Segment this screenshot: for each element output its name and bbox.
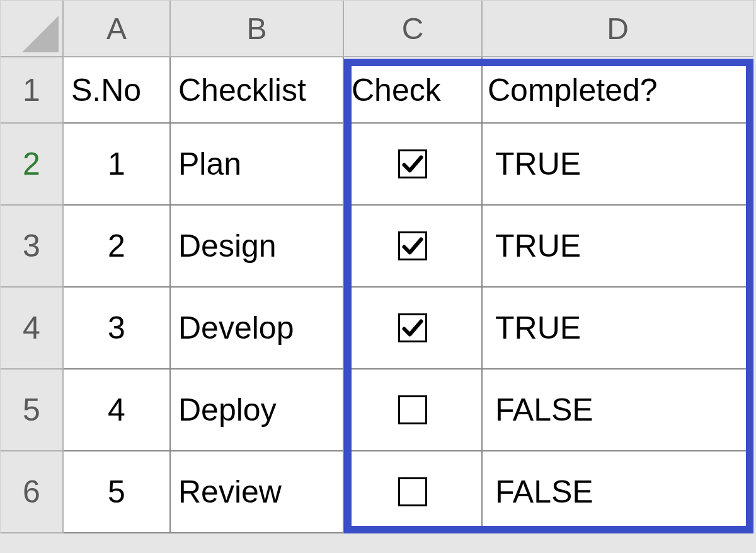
- cell-B5[interactable]: Deploy: [171, 370, 344, 451]
- cell-D1[interactable]: Completed?: [483, 57, 753, 124]
- header-sno: S.No: [71, 72, 141, 108]
- cell-B3[interactable]: Design: [171, 206, 344, 288]
- cell-C3[interactable]: [344, 206, 483, 288]
- select-all-corner[interactable]: [1, 1, 64, 57]
- spreadsheet-grid: A B C D 1 S.No Checklist Check Completed…: [0, 0, 756, 533]
- row-header-2[interactable]: 2: [1, 124, 64, 206]
- checklist-value: Design: [178, 228, 277, 264]
- column-header-A[interactable]: A: [64, 1, 171, 57]
- cell-A3[interactable]: 2: [64, 206, 171, 288]
- row-header-6[interactable]: 6: [1, 451, 64, 533]
- completed-value: TRUE: [495, 310, 581, 346]
- column-header-C[interactable]: C: [344, 1, 483, 57]
- checklist-value: Develop: [178, 310, 294, 346]
- completed-value: FALSE: [495, 474, 593, 510]
- cell-D3[interactable]: TRUE: [483, 206, 753, 288]
- checklist-value: Plan: [178, 146, 241, 182]
- cell-D6[interactable]: FALSE: [483, 451, 753, 533]
- cell-C2[interactable]: [344, 124, 483, 206]
- header-checklist: Checklist: [178, 72, 306, 108]
- svg-marker-0: [22, 16, 59, 52]
- cell-A5[interactable]: 4: [64, 370, 171, 451]
- cell-D4[interactable]: TRUE: [483, 288, 753, 370]
- row-header-5[interactable]: 5: [1, 370, 64, 451]
- cell-D5[interactable]: FALSE: [483, 370, 753, 451]
- cell-C1[interactable]: Check: [344, 57, 483, 124]
- column-header-D[interactable]: D: [483, 1, 753, 57]
- checkbox[interactable]: [398, 313, 427, 342]
- row-header-1[interactable]: 1: [1, 57, 64, 124]
- cell-B2[interactable]: Plan: [171, 124, 344, 206]
- cell-B6[interactable]: Review: [171, 451, 344, 533]
- cell-A2[interactable]: 1: [64, 124, 171, 206]
- cell-A6[interactable]: 5: [64, 451, 171, 533]
- checkbox[interactable]: [398, 149, 427, 178]
- cell-B4[interactable]: Develop: [171, 288, 344, 370]
- cell-A4[interactable]: 3: [64, 288, 171, 370]
- sno-value: 2: [108, 228, 125, 264]
- header-completed: Completed?: [488, 72, 658, 108]
- completed-value: TRUE: [495, 146, 581, 182]
- sno-value: 5: [108, 474, 125, 510]
- header-check: Check: [352, 72, 441, 108]
- checkbox[interactable]: [398, 231, 427, 260]
- bottom-gutter: [0, 533, 756, 553]
- checklist-value: Review: [178, 474, 282, 510]
- cell-B1[interactable]: Checklist: [171, 57, 344, 124]
- checklist-value: Deploy: [178, 392, 277, 428]
- checkbox[interactable]: [398, 395, 427, 424]
- row-header-3[interactable]: 3: [1, 206, 64, 288]
- column-header-B[interactable]: B: [171, 1, 344, 57]
- sno-value: 3: [108, 310, 125, 346]
- cell-C6[interactable]: [344, 451, 483, 533]
- sno-value: 4: [108, 392, 125, 428]
- cell-C4[interactable]: [344, 288, 483, 370]
- completed-value: FALSE: [495, 392, 593, 428]
- completed-value: TRUE: [495, 228, 581, 264]
- cell-C5[interactable]: [344, 370, 483, 451]
- row-header-4[interactable]: 4: [1, 288, 64, 370]
- cell-D2[interactable]: TRUE: [483, 124, 753, 206]
- sno-value: 1: [108, 146, 125, 182]
- cell-A1[interactable]: S.No: [64, 57, 171, 124]
- checkbox[interactable]: [398, 477, 427, 506]
